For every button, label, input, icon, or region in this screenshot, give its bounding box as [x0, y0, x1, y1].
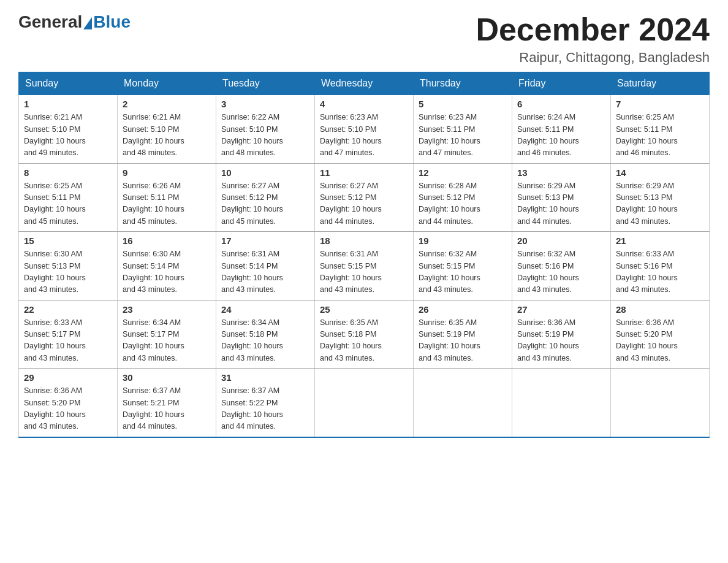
- calendar-day-cell: 12Sunrise: 6:28 AMSunset: 5:12 PMDayligh…: [414, 163, 512, 232]
- day-of-week-header-saturday: Saturday: [611, 72, 710, 94]
- calendar-day-cell: 30Sunrise: 6:37 AMSunset: 5:21 PMDayligh…: [118, 369, 216, 437]
- day-info: Sunrise: 6:34 AMSunset: 5:17 PMDaylight:…: [123, 317, 211, 365]
- calendar-day-cell: 31Sunrise: 6:37 AMSunset: 5:22 PMDayligh…: [216, 369, 315, 437]
- day-number: 3: [221, 99, 309, 109]
- calendar-day-cell: 29Sunrise: 6:36 AMSunset: 5:20 PMDayligh…: [19, 369, 118, 437]
- calendar-day-cell: 5Sunrise: 6:23 AMSunset: 5:11 PMDaylight…: [414, 94, 512, 163]
- day-info: Sunrise: 6:30 AMSunset: 5:13 PMDaylight:…: [24, 248, 112, 296]
- day-info: Sunrise: 6:27 AMSunset: 5:12 PMDaylight:…: [320, 180, 408, 228]
- day-info: Sunrise: 6:35 AMSunset: 5:19 PMDaylight:…: [419, 317, 507, 365]
- day-info: Sunrise: 6:36 AMSunset: 5:20 PMDaylight:…: [24, 385, 112, 433]
- day-number: 15: [24, 236, 112, 246]
- day-info: Sunrise: 6:23 AMSunset: 5:11 PMDaylight:…: [419, 112, 507, 159]
- day-number: 1: [24, 99, 112, 109]
- day-info: Sunrise: 6:32 AMSunset: 5:15 PMDaylight:…: [419, 248, 507, 296]
- day-info: Sunrise: 6:22 AMSunset: 5:10 PMDaylight:…: [221, 112, 309, 159]
- day-number: 9: [123, 167, 211, 178]
- day-info: Sunrise: 6:31 AMSunset: 5:15 PMDaylight:…: [320, 248, 408, 296]
- day-of-week-header-wednesday: Wednesday: [315, 72, 414, 94]
- day-info: Sunrise: 6:28 AMSunset: 5:12 PMDaylight:…: [419, 180, 507, 228]
- calendar-header-row: SundayMondayTuesdayWednesdayThursdayFrid…: [19, 72, 710, 94]
- day-of-week-header-sunday: Sunday: [19, 72, 118, 94]
- title-block: December 2024 Raipur, Chittagong, Bangla…: [476, 12, 710, 66]
- calendar-day-cell: [315, 369, 414, 437]
- calendar-day-cell: 2Sunrise: 6:21 AMSunset: 5:10 PMDaylight…: [118, 94, 216, 163]
- day-of-week-header-monday: Monday: [118, 72, 216, 94]
- day-info: Sunrise: 6:34 AMSunset: 5:18 PMDaylight:…: [221, 317, 309, 365]
- calendar-day-cell: 24Sunrise: 6:34 AMSunset: 5:18 PMDayligh…: [216, 300, 315, 369]
- calendar-day-cell: 9Sunrise: 6:26 AMSunset: 5:11 PMDaylight…: [118, 163, 216, 232]
- month-title: December 2024: [476, 12, 710, 47]
- day-info: Sunrise: 6:36 AMSunset: 5:20 PMDaylight:…: [616, 317, 704, 365]
- day-of-week-header-friday: Friday: [512, 72, 611, 94]
- logo-general-text: General: [18, 12, 82, 32]
- day-number: 30: [123, 372, 211, 383]
- day-info: Sunrise: 6:25 AMSunset: 5:11 PMDaylight:…: [24, 180, 112, 228]
- calendar-week-row: 8Sunrise: 6:25 AMSunset: 5:11 PMDaylight…: [19, 163, 710, 232]
- day-info: Sunrise: 6:29 AMSunset: 5:13 PMDaylight:…: [517, 180, 605, 228]
- day-number: 13: [517, 167, 605, 178]
- page-header: General Blue December 2024 Raipur, Chitt…: [18, 12, 710, 66]
- day-number: 20: [517, 236, 605, 246]
- calendar-day-cell: 22Sunrise: 6:33 AMSunset: 5:17 PMDayligh…: [19, 300, 118, 369]
- day-number: 19: [419, 236, 507, 246]
- logo: General Blue: [18, 12, 131, 32]
- day-number: 6: [517, 99, 605, 109]
- location-subtitle: Raipur, Chittagong, Bangladesh: [476, 50, 710, 66]
- day-info: Sunrise: 6:35 AMSunset: 5:18 PMDaylight:…: [320, 317, 408, 365]
- calendar-week-row: 15Sunrise: 6:30 AMSunset: 5:13 PMDayligh…: [19, 232, 710, 301]
- day-info: Sunrise: 6:24 AMSunset: 5:11 PMDaylight:…: [517, 112, 605, 159]
- calendar-day-cell: 1Sunrise: 6:21 AMSunset: 5:10 PMDaylight…: [19, 94, 118, 163]
- calendar-day-cell: [512, 369, 611, 437]
- calendar-day-cell: 17Sunrise: 6:31 AMSunset: 5:14 PMDayligh…: [216, 232, 315, 301]
- day-number: 11: [320, 167, 408, 178]
- calendar-day-cell: 19Sunrise: 6:32 AMSunset: 5:15 PMDayligh…: [414, 232, 512, 301]
- calendar-day-cell: 21Sunrise: 6:33 AMSunset: 5:16 PMDayligh…: [611, 232, 710, 301]
- day-number: 10: [221, 167, 309, 178]
- day-number: 23: [123, 304, 211, 315]
- calendar-day-cell: 7Sunrise: 6:25 AMSunset: 5:11 PMDaylight…: [611, 94, 710, 163]
- calendar-day-cell: 25Sunrise: 6:35 AMSunset: 5:18 PMDayligh…: [315, 300, 414, 369]
- day-number: 8: [24, 167, 112, 178]
- day-info: Sunrise: 6:37 AMSunset: 5:21 PMDaylight:…: [123, 385, 211, 433]
- calendar-day-cell: [414, 369, 512, 437]
- calendar-day-cell: 13Sunrise: 6:29 AMSunset: 5:13 PMDayligh…: [512, 163, 611, 232]
- day-number: 31: [221, 372, 309, 383]
- day-number: 22: [24, 304, 112, 315]
- calendar-day-cell: 6Sunrise: 6:24 AMSunset: 5:11 PMDaylight…: [512, 94, 611, 163]
- day-info: Sunrise: 6:27 AMSunset: 5:12 PMDaylight:…: [221, 180, 309, 228]
- day-number: 17: [221, 236, 309, 246]
- calendar-day-cell: 23Sunrise: 6:34 AMSunset: 5:17 PMDayligh…: [118, 300, 216, 369]
- calendar-table: SundayMondayTuesdayWednesdayThursdayFrid…: [18, 72, 710, 438]
- day-info: Sunrise: 6:33 AMSunset: 5:16 PMDaylight:…: [616, 248, 704, 296]
- day-number: 26: [419, 304, 507, 315]
- day-number: 16: [123, 236, 211, 246]
- day-number: 24: [221, 304, 309, 315]
- logo-blue-text: Blue: [93, 12, 131, 32]
- calendar-day-cell: 27Sunrise: 6:36 AMSunset: 5:19 PMDayligh…: [512, 300, 611, 369]
- day-number: 28: [616, 304, 704, 315]
- calendar-day-cell: 8Sunrise: 6:25 AMSunset: 5:11 PMDaylight…: [19, 163, 118, 232]
- calendar-week-row: 29Sunrise: 6:36 AMSunset: 5:20 PMDayligh…: [19, 369, 710, 437]
- day-number: 18: [320, 236, 408, 246]
- day-number: 7: [616, 99, 704, 109]
- calendar-day-cell: 11Sunrise: 6:27 AMSunset: 5:12 PMDayligh…: [315, 163, 414, 232]
- day-of-week-header-tuesday: Tuesday: [216, 72, 315, 94]
- day-info: Sunrise: 6:21 AMSunset: 5:10 PMDaylight:…: [123, 112, 211, 159]
- day-number: 14: [616, 167, 704, 178]
- day-info: Sunrise: 6:21 AMSunset: 5:10 PMDaylight:…: [24, 112, 112, 159]
- day-number: 25: [320, 304, 408, 315]
- calendar-day-cell: 16Sunrise: 6:30 AMSunset: 5:14 PMDayligh…: [118, 232, 216, 301]
- calendar-day-cell: 15Sunrise: 6:30 AMSunset: 5:13 PMDayligh…: [19, 232, 118, 301]
- day-info: Sunrise: 6:30 AMSunset: 5:14 PMDaylight:…: [123, 248, 211, 296]
- day-number: 5: [419, 99, 507, 109]
- day-info: Sunrise: 6:26 AMSunset: 5:11 PMDaylight:…: [123, 180, 211, 228]
- calendar-day-cell: 20Sunrise: 6:32 AMSunset: 5:16 PMDayligh…: [512, 232, 611, 301]
- day-info: Sunrise: 6:32 AMSunset: 5:16 PMDaylight:…: [517, 248, 605, 296]
- day-of-week-header-thursday: Thursday: [414, 72, 512, 94]
- calendar-day-cell: 14Sunrise: 6:29 AMSunset: 5:13 PMDayligh…: [611, 163, 710, 232]
- day-number: 29: [24, 372, 112, 383]
- calendar-week-row: 1Sunrise: 6:21 AMSunset: 5:10 PMDaylight…: [19, 94, 710, 163]
- calendar-day-cell: 3Sunrise: 6:22 AMSunset: 5:10 PMDaylight…: [216, 94, 315, 163]
- calendar-day-cell: 26Sunrise: 6:35 AMSunset: 5:19 PMDayligh…: [414, 300, 512, 369]
